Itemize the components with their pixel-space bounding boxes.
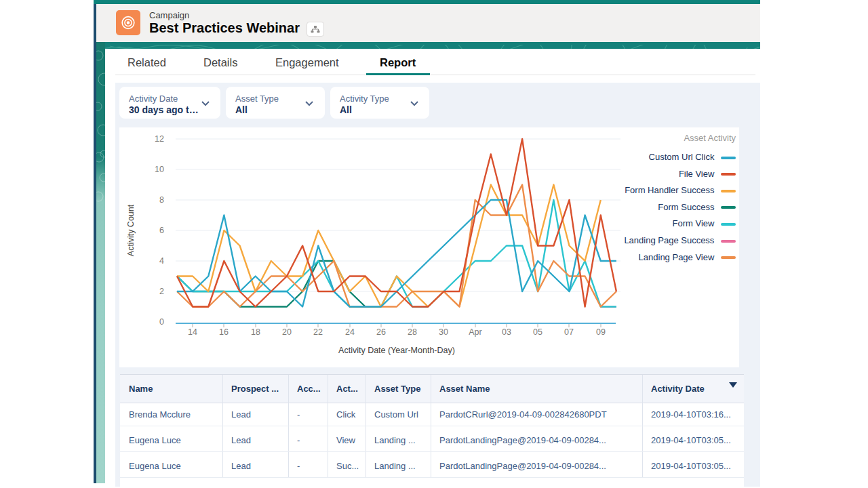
svg-text:28: 28 [408,327,417,337]
svg-text:8: 8 [159,195,164,205]
svg-text:Activity Date (Year-Month-Day): Activity Date (Year-Month-Day) [338,346,455,355]
svg-text:22: 22 [313,327,323,337]
svg-text:30: 30 [439,327,448,337]
svg-text:6: 6 [159,226,164,235]
svg-text:Apr: Apr [469,327,481,337]
svg-text:10: 10 [155,165,164,174]
svg-text:20: 20 [282,327,292,337]
svg-text:03: 03 [502,327,511,337]
svg-text:07: 07 [564,327,574,337]
svg-text:05: 05 [533,327,542,337]
svg-text:09: 09 [596,327,606,337]
svg-text:4: 4 [159,256,164,266]
svg-text:24: 24 [345,327,355,337]
svg-text:2: 2 [159,287,164,296]
svg-text:26: 26 [376,327,386,337]
svg-text:0: 0 [159,317,164,327]
svg-text:14: 14 [188,327,197,337]
svg-text:18: 18 [251,327,260,337]
svg-text:16: 16 [219,327,229,337]
svg-text:Activity Count: Activity Count [126,204,136,256]
svg-text:12: 12 [155,134,164,144]
